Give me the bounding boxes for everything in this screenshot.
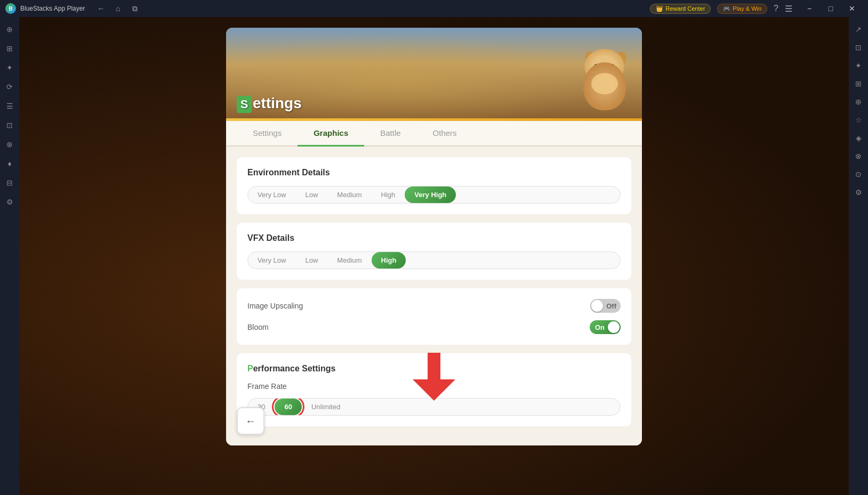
right-sidebar-icon-10[interactable]: ⚙ [850,184,866,200]
tabs-container: Settings Graphics Battle Others [226,121,642,147]
titlebar-right: 👑 Reward Center 🎮 Play & Win ? ☰ − □ ✕ [650,0,868,17]
perf-title-text: erformance Settings [253,364,336,373]
vfx-medium[interactable]: Medium [327,252,371,269]
sidebar-icon-2[interactable]: ⊞ [2,40,18,56]
vfx-very-low[interactable]: Very Low [248,252,295,269]
sidebar-icon-5[interactable]: ☰ [2,98,18,114]
right-sidebar-icon-9[interactable]: ⊙ [850,166,866,182]
help-button[interactable]: ? [774,4,778,13]
image-upscaling-row: Image Upscaling Off [247,299,621,313]
menu-button[interactable]: ☰ [785,4,792,14]
environment-details-section: Environment Details Very Low Low Medium … [237,157,631,214]
sidebar-icon-10[interactable]: ⚙ [2,194,18,210]
frame-rate-unlimited[interactable]: Unlimited [302,399,350,415]
red-arrow-svg [413,353,455,401]
bluestacks-logo: B [5,3,16,14]
right-sidebar-icon-6[interactable]: ☆ [850,112,866,128]
minimize-button[interactable]: − [799,0,820,17]
panel-title-text: ettings [253,95,302,111]
frame-rate-60[interactable]: 60 [275,399,301,415]
reward-icon: 👑 [656,5,663,12]
panel-title: Settings [237,95,302,113]
vfx-low[interactable]: Low [295,252,327,269]
vfx-details-section: VFX Details Very Low Low Medium High [237,223,631,280]
right-sidebar-icon-2[interactable]: ⊡ [850,39,866,55]
right-sidebar-icon-3[interactable]: ✦ [850,58,866,74]
env-medium[interactable]: Medium [327,186,371,203]
bloom-state: On [595,323,605,331]
tab-graphics[interactable]: Graphics [298,121,364,147]
reward-label: Reward Center [665,5,705,12]
frame-rate-label: Frame Rate [247,382,287,391]
titlebar-nav: ← ⌂ ⧉ [89,1,147,16]
toggles-section: Image Upscaling Off Bloom On [237,288,631,345]
right-sidebar-icon-5[interactable]: ⊕ [850,94,866,110]
mascot-character [578,49,631,118]
app-title: BlueStacks App Player [20,5,85,12]
vfx-high[interactable]: High [372,252,406,269]
env-low[interactable]: Low [295,186,327,203]
environment-detail-options: Very Low Low Medium High Very High [247,186,621,204]
play-win-label: Play & Win [733,5,761,12]
frame-rate-btn-group: 30 60 Unlimited [247,398,621,416]
reward-center-button[interactable]: 👑 Reward Center [650,4,711,14]
nav-home-button[interactable]: ⌂ [110,1,125,16]
toggle-knob-bloom [608,321,620,333]
image-upscaling-toggle-wrapper[interactable]: Off [590,299,621,313]
left-sidebar: ⊕ ⊞ ✦ ⟳ ☰ ⊡ ⊗ ♦ ⊟ ⚙ [0,17,19,495]
p-letter: P [247,364,253,373]
right-sidebar-icon-1[interactable]: ↗ [850,21,866,37]
image-upscaling-label: Image Upscaling [247,302,303,310]
bloom-toggle-wrapper[interactable]: On [590,320,621,334]
vfx-detail-options: Very Low Low Medium High [247,251,621,269]
nav-copy-button[interactable]: ⧉ [127,1,142,16]
performance-settings-title: Performance Settings [247,364,621,374]
performance-settings-section: Performance Settings Frame Rate [237,353,631,426]
sidebar-icon-7[interactable]: ⊗ [2,136,18,152]
bloom-label: Bloom [247,323,269,331]
panel-header: Settings [226,28,642,118]
back-button[interactable]: ← [237,407,264,435]
sidebar-icon-6[interactable]: ⊡ [2,117,18,133]
image-upscaling-state: Off [606,302,616,310]
main-area: Settings Settings [19,17,849,495]
red-arrow-container [413,353,455,403]
sidebar-icon-4[interactable]: ⟳ [2,79,18,95]
tab-settings[interactable]: Settings [237,121,298,147]
right-sidebar-icon-8[interactable]: ⊗ [850,148,866,164]
maximize-button[interactable]: □ [820,0,841,17]
right-sidebar-icon-4[interactable]: ⊞ [850,76,866,92]
titlebar: B BlueStacks App Player ← ⌂ ⧉ 👑 Reward C… [0,0,868,17]
env-very-high[interactable]: Very High [405,186,456,203]
sidebar-icon-1[interactable]: ⊕ [2,21,18,37]
environment-details-title: Environment Details [247,168,621,177]
frame-rate-row: Frame Rate [247,382,621,391]
tab-others[interactable]: Others [417,121,473,147]
s-letter: S [237,96,252,113]
play-win-button[interactable]: 🎮 Play & Win [717,4,767,14]
back-arrow-icon: ← [245,415,256,427]
toggle-knob-upscaling [591,300,603,312]
sidebar-icon-3[interactable]: ✦ [2,60,18,76]
env-high[interactable]: High [372,186,405,203]
right-sidebar: ↗ ⊡ ✦ ⊞ ⊕ ☆ ◈ ⊗ ⊙ ⚙ [849,17,868,495]
frame-rate-options-container: 30 60 Unlimited [247,398,621,416]
titlebar-left: B BlueStacks App Player ← ⌂ ⧉ [0,1,650,16]
nav-back-button[interactable]: ← [93,1,108,16]
right-sidebar-icon-7[interactable]: ◈ [850,130,866,146]
vfx-details-title: VFX Details [247,233,621,243]
sidebar-icon-9[interactable]: ⊟ [2,175,18,191]
window-controls: − □ ✕ [799,0,863,17]
settings-content: Environment Details Very Low Low Medium … [226,147,642,445]
sidebar-icon-8[interactable]: ♦ [2,156,18,172]
env-very-low[interactable]: Very Low [248,186,295,203]
tab-battle[interactable]: Battle [364,121,416,147]
close-button[interactable]: ✕ [841,0,863,17]
play-win-icon: 🎮 [723,5,730,12]
settings-panel: Settings Settings [226,28,642,445]
mascot-body [583,62,626,110]
bloom-row: Bloom On [247,320,621,334]
